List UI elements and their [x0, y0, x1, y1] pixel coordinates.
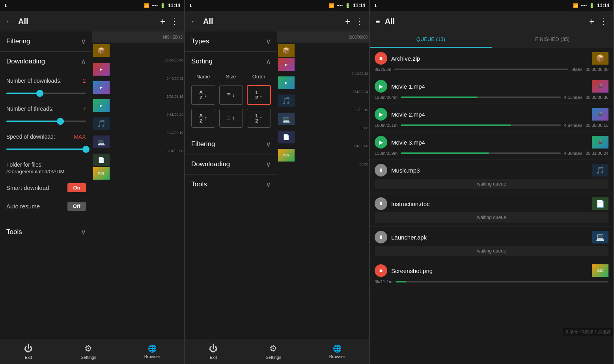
music-waiting: waiting queue [375, 179, 608, 189]
threads-value: 7 [83, 106, 86, 112]
movie3-status-icon[interactable]: ▶ [375, 136, 387, 149]
sorting-section[interactable]: Sorting ∧ [185, 52, 277, 71]
types-section[interactable]: Types ∨ [185, 32, 277, 51]
movie1-left: 128m/264m [375, 95, 398, 100]
speed-slider[interactable] [6, 144, 86, 158]
speed-value: MAX [74, 134, 86, 140]
sort-name-asc[interactable]: AZ ↑ [191, 109, 215, 128]
settings-label-2: Settings [265, 355, 281, 360]
queue-item-movie2: ▶ Movie 2.mp4 🎬 160m/231m 4.64mB/s 00:35… [370, 104, 613, 132]
movie1-progress-row: 128m/264m 4.13mB/s 00:35/00:36 [375, 95, 608, 100]
movie1-status-icon[interactable]: ▶ [375, 80, 387, 93]
apk-status-icon[interactable]: ⏸ [375, 231, 387, 243]
panel-settings: ⬇ 📶 ▪▪▪▪ 🔋 11:14 ← All + ⋮ Filtering ∨ D… [0, 0, 185, 364]
downloading-section-2[interactable]: Downloading ∨ [185, 154, 277, 174]
tab-finished[interactable]: FINISHED (35) [492, 32, 614, 48]
folder-path[interactable]: /storage/emulated/0/ADM [6, 169, 86, 175]
downloading-section[interactable]: Downloading ∧ [0, 52, 92, 71]
threads-slider[interactable] [6, 116, 86, 130]
tools-section-2[interactable]: Tools ∨ [185, 175, 277, 194]
app-bar-1: ← All + ⋮ [0, 11, 184, 32]
filtering-section-2[interactable]: Filtering ∨ [185, 134, 277, 154]
sorting-chevron: ∧ [266, 57, 271, 66]
screenshot-name: Screenshot.png [391, 267, 588, 274]
browser-nav-1[interactable]: 🌐 Browser [144, 344, 160, 359]
sort-order-asc[interactable]: 12 ↑ [247, 109, 271, 128]
downloading-chevron-2: ∨ [266, 160, 271, 169]
exit-icon-1: ⏻ [24, 344, 33, 354]
archive-status-icon[interactable]: ■ [375, 52, 387, 65]
movie2-status-icon[interactable]: ▶ [375, 108, 387, 121]
smart-download-row: Smart download On [6, 178, 86, 197]
downloads-slider[interactable] [6, 88, 86, 102]
threads-label: Number of threads: [6, 106, 81, 112]
auto-resume-toggle[interactable]: Off [67, 202, 86, 211]
sort-size-desc[interactable]: ≡ ↓ [219, 85, 243, 105]
movie3-name: Movie 3.mp4 [391, 139, 588, 146]
exit-nav-2[interactable]: ⏻ Exit [209, 344, 218, 360]
browser-nav-2[interactable]: 🌐 Browser [329, 344, 345, 359]
more-button-2[interactable]: ⋮ [355, 17, 364, 26]
tools-label: Tools [6, 228, 22, 236]
bottom-nav-2: ⏻ Exit ⚙ Settings 🌐 Browser [185, 339, 369, 364]
sort-size-header: Size [219, 74, 243, 82]
threads-count-row: Number of threads: 7 [6, 102, 86, 116]
screenshot-thumb: IMG [592, 264, 608, 277]
back-button-2[interactable]: ← [190, 17, 198, 26]
downloading-body: Number of downloads: 2 Number of threads… [0, 71, 92, 222]
settings-nav-2[interactable]: ⚙ Settings [265, 344, 281, 360]
add-button-3[interactable]: + [589, 16, 595, 27]
queue-item-music: ⏸ Music.mp3 🎵 waiting queue [370, 160, 613, 193]
queue-item-movie1: ▶ Movie 1.mp4 🎬 128m/264m 4.13mB/s 00:35… [370, 76, 613, 104]
music-name: Music.mp3 [391, 167, 588, 174]
wifi-icon-2: 📶 [329, 3, 334, 8]
sort-size-asc-icon: ≡ [227, 115, 231, 122]
filtering-section[interactable]: Filtering ∨ [0, 32, 92, 51]
tab-queue[interactable]: QUEUE (13) [370, 32, 492, 48]
doc-name: Instruction.doc [391, 201, 588, 207]
movie1-name: Movie 1.mp4 [391, 83, 588, 90]
sort-name-desc[interactable]: AZ ↓ [191, 85, 215, 105]
tools-section[interactable]: Tools ∨ [0, 222, 92, 242]
page-title-3: All [385, 17, 584, 26]
doc-status-icon[interactable]: ⏸ [375, 197, 387, 210]
movie1-speed: 4.13mB/s [564, 95, 582, 100]
app-bar-3: ≡ All + ⋮ [370, 11, 613, 32]
settings-label-1: Settings [80, 355, 96, 360]
archive-progress-bar [394, 69, 568, 70]
more-button-1[interactable]: ⋮ [170, 17, 179, 26]
add-button-1[interactable]: + [160, 16, 166, 27]
download-status-icon-2: ⬇ [189, 3, 192, 8]
back-button-1[interactable]: ← [6, 17, 13, 26]
queue-item-movie3: ▶ Movie 3.mp4 🎬 133m/239m 4.30mB/s 00:31… [370, 132, 613, 160]
menu-button-3[interactable]: ≡ [375, 17, 380, 26]
archive-left: 0k/253m [375, 67, 391, 72]
downloading-chevron: ∧ [81, 57, 86, 66]
time-display-3: 11:14 [597, 3, 609, 8]
tools-chevron: ∨ [81, 228, 86, 236]
sort-size-asc[interactable]: ≡ ↑ [219, 109, 243, 128]
doc-waiting: waiting queue [375, 212, 608, 223]
smart-download-toggle[interactable]: On [67, 183, 86, 192]
archive-thumb: 📦 [592, 52, 608, 65]
sorting-label: Sorting [191, 58, 213, 65]
browser-label-1: Browser [144, 354, 160, 359]
movie2-progress-bar [401, 124, 561, 126]
screenshot-left: 0k/11.1m [375, 279, 392, 284]
sort-size-asc-arrow: ↑ [232, 115, 235, 121]
movie3-progress-bar [401, 152, 561, 154]
music-status-icon[interactable]: ⏸ [375, 164, 387, 176]
queue-item-apk: ⏸ Launcher.apk 💻 waiting queue [370, 227, 613, 260]
movie1-thumb: 🎬 [592, 80, 608, 93]
sort-size-desc-icon: ≡ [227, 91, 231, 98]
exit-nav-1[interactable]: ⏻ Exit [24, 344, 33, 360]
filtering-chevron-2: ∨ [266, 140, 271, 149]
add-button-2[interactable]: + [345, 16, 351, 27]
movie3-left: 133m/239m [375, 151, 398, 156]
more-button-3[interactable]: ⋮ [599, 17, 608, 26]
movie3-speed: 4.30mB/s [564, 151, 582, 156]
sort-options: Name Size Order AZ ↓ ≡ ↓ 12 [185, 71, 277, 134]
settings-nav-1[interactable]: ⚙ Settings [80, 344, 96, 360]
sort-order-desc[interactable]: 12 ↓ [247, 85, 271, 105]
screenshot-status-icon[interactable]: ■ [375, 264, 387, 277]
